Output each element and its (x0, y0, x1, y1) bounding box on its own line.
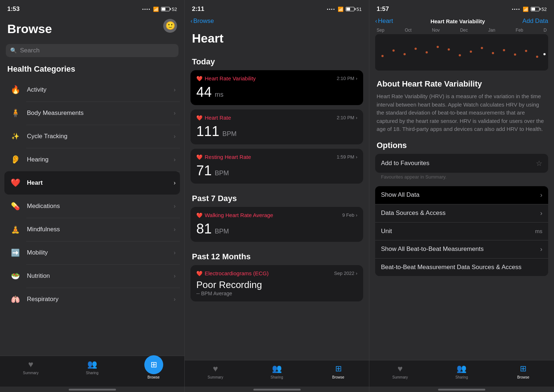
heart-rate-card[interactable]: ❤️ Heart Rate 2:10 PM › 111 BPM (190, 109, 363, 144)
unit-item[interactable]: Unit ms (375, 223, 548, 240)
back-button-3[interactable]: ‹ Heart (375, 17, 393, 25)
tab-browse-3[interactable]: ⊞ Browse (493, 363, 554, 379)
chevron-heart: › (174, 180, 176, 186)
tab-summary-1[interactable]: ♥ Summary (0, 359, 61, 375)
show-all-data-item[interactable]: Show All Data › (375, 186, 548, 204)
profile-button[interactable]: 🙂 (163, 19, 177, 33)
hr-card-title: ❤️ Heart Rate (196, 115, 231, 121)
summary-label-2: Summary (208, 375, 223, 379)
hrv-content: Sep Oct Nov Dec Jan Feb D (369, 28, 554, 360)
wifi-icon-2: 📶 (338, 7, 344, 12)
sharing-label-2: Sharing (270, 375, 283, 379)
rhr-card-title: ❤️ Resting Heart Rate (196, 154, 251, 160)
signal-dots-3: •••• (512, 7, 520, 11)
mindfulness-icon: 🧘 (9, 223, 22, 236)
hr-value-row: 111 BPM (196, 124, 357, 139)
wifi-icon-3: 📶 (523, 7, 529, 12)
about-text: Heart Rate Variability (HRV) is a measur… (377, 92, 547, 133)
category-item-nutrition[interactable]: 🥗 Nutrition › (4, 264, 180, 288)
svg-point-3 (404, 53, 406, 55)
nav-bar-2: ‹ Browse (185, 16, 369, 28)
chevron-mindfulness: › (174, 226, 176, 233)
data-sources-item[interactable]: Data Sources & Access › (375, 204, 548, 223)
category-item-body[interactable]: 🧍 Body Measurements › (4, 101, 180, 125)
sharing-label-3: Sharing (455, 375, 468, 379)
svg-rect-0 (375, 34, 548, 71)
category-item-mobility[interactable]: ➡️ Mobility › (4, 241, 180, 264)
add-favourites-item[interactable]: Add to Favourites ☆ (375, 154, 548, 173)
cycle-label: Cycle Tracking (27, 133, 174, 140)
ecg-value-row: Poor Recording -- BPM Average (196, 279, 357, 296)
hrv-card[interactable]: ❤️ Heart Rate Variability 2:10 PM › 44 m… (190, 70, 363, 105)
heart-icon-nav: ❤️ (9, 176, 22, 189)
chart-label-oct: Oct (405, 28, 412, 33)
past7-heading: Past 7 Days (185, 188, 369, 207)
tab-summary-2[interactable]: ♥ Summary (185, 363, 246, 379)
ecg-heart-icon: ❤️ (196, 271, 202, 276)
options-list-2: Show All Data › Data Sources & Access › … (375, 186, 548, 276)
tab-browse-1[interactable]: ⊞ Browse (123, 359, 184, 379)
time-3: 1:57 (377, 5, 389, 13)
beat-measurements-item[interactable]: Show All Beat-to-Beat Measurements › (375, 240, 548, 259)
back-chevron-3: ‹ (375, 17, 377, 25)
chart-svg (375, 34, 548, 71)
ecg-card-title: ❤️ Electrocardiograms (ECG) (196, 270, 269, 276)
summary-icon-1: ♥ (25, 359, 36, 370)
favourites-label: Add to Favourites (381, 160, 429, 167)
rhr-time: 1:59 PM › (337, 154, 357, 160)
category-item-respiratory[interactable]: 🫁 Respiratory › (4, 288, 180, 311)
browse-icon-2: ⊞ (333, 363, 344, 374)
chart-label-feb: Feb (516, 28, 523, 33)
ecg-card[interactable]: ❤️ Electrocardiograms (ECG) Sep 2022 › P… (190, 265, 363, 301)
whr-unit: BPM (215, 228, 229, 235)
resting-hr-card[interactable]: ❤️ Resting Heart Rate 1:59 PM › 71 BPM (190, 149, 363, 184)
hearing-label: Hearing (27, 156, 174, 163)
svg-point-14 (525, 50, 527, 52)
nutrition-label: Nutrition (27, 272, 174, 280)
tab-bar-1: ♥ Summary 👥 Sharing ⊞ Browse (0, 356, 184, 387)
add-data-button[interactable]: Add Data (522, 17, 548, 25)
respiratory-label: Respiratory (27, 296, 174, 303)
data-sources-label: Data Sources & Access (381, 209, 446, 217)
tab-sharing-2[interactable]: 👥 Sharing (246, 363, 308, 379)
svg-point-8 (459, 54, 461, 56)
tab-bar-2: ♥ Summary 👥 Sharing ⊞ Browse (185, 360, 369, 387)
time-2: 2:11 (192, 5, 204, 13)
tab-sharing-3[interactable]: 👥 Sharing (431, 363, 492, 379)
category-list: 🔥 Activity › 🧍 Body Measurements › ✨ Cyc… (0, 78, 184, 311)
medications-icon: 💊 (9, 200, 22, 213)
chevron-body: › (174, 110, 176, 116)
activity-icon: 🔥 (9, 83, 22, 96)
beat-sources-item[interactable]: Beat-to-Beat Measurement Data Sources & … (375, 259, 548, 276)
category-item-mindfulness[interactable]: 🧘 Mindfulness › (4, 218, 180, 241)
status-icons-1: •••• 📶 52 (142, 7, 177, 12)
back-button-2[interactable]: ‹ Browse (190, 17, 214, 25)
ecg-card-header: ❤️ Electrocardiograms (ECG) Sep 2022 › (196, 270, 357, 276)
whr-value-row: 81 BPM (196, 221, 357, 237)
category-item-medications[interactable]: 💊 Medications › (4, 195, 180, 218)
options-title: Options (375, 141, 548, 154)
browse-label-3: Browse (517, 375, 529, 379)
walking-hr-card[interactable]: ❤️ Walking Heart Rate Average 9 Feb › 81… (190, 207, 363, 242)
tab-browse-2[interactable]: ⊞ Browse (308, 363, 369, 379)
mobility-label: Mobility (27, 249, 174, 256)
category-item-heart[interactable]: ❤️ Heart › (4, 171, 180, 195)
hr-heart-icon: ❤️ (196, 115, 202, 121)
browse-content: Health Categories 🔥 Activity › 🧍 Body Me… (0, 64, 184, 356)
battery-3 (531, 7, 539, 11)
sharing-label-1: Sharing (86, 371, 98, 375)
category-item-hearing[interactable]: 👂 Hearing › (4, 148, 180, 171)
star-icon: ☆ (536, 159, 542, 168)
heart-screen: 2:11 •••• 📶 51 ‹ Browse Heart Today (185, 0, 369, 392)
cycle-icon: ✨ (9, 130, 22, 143)
nutrition-icon: 🥗 (9, 269, 22, 283)
search-bar[interactable]: 🔍 Search (6, 44, 178, 57)
ecg-unit: -- BPM Average (196, 291, 357, 296)
category-item-activity[interactable]: 🔥 Activity › (4, 78, 180, 101)
hr-value: 111 (196, 124, 219, 139)
sharing-icon-2: 👥 (272, 363, 282, 374)
rhr-value: 71 (196, 163, 212, 178)
tab-sharing-1[interactable]: 👥 Sharing (61, 359, 123, 375)
tab-summary-3[interactable]: ♥ Summary (369, 363, 431, 379)
category-item-cycle[interactable]: ✨ Cycle Tracking › (4, 125, 180, 148)
